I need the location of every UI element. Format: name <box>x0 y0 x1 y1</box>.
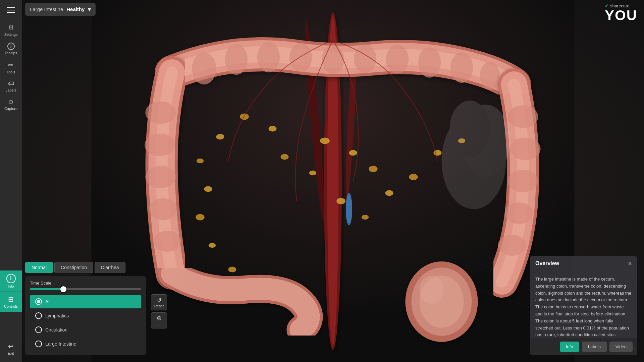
overview-panel: Overview × The large intestine is made o… <box>530 256 637 355</box>
svg-point-22 <box>498 235 526 256</box>
topbar: Large Intestine Healthy ▾ <box>22 0 99 18</box>
svg-point-44 <box>240 113 249 120</box>
sidebar-item-controls[interactable]: ⊟ Controls <box>0 292 22 312</box>
system-item-lymphatics[interactable]: Lymphatics <box>30 309 141 322</box>
svg-point-11 <box>289 43 312 72</box>
controls-box: Time Scale All Lymphatics Circulation <box>25 276 146 355</box>
slider-track <box>30 288 141 290</box>
svg-point-10 <box>257 42 280 72</box>
zoom-in-icon: ⊕ <box>157 314 162 322</box>
system-list: All Lymphatics Circulation Large Intesti… <box>30 295 141 351</box>
radio-all-icon <box>35 298 42 305</box>
radio-large-intestine-icon <box>35 341 42 347</box>
tab-constipation[interactable]: Constipation <box>54 262 93 273</box>
settings-icon: ⚙ <box>8 23 14 32</box>
sidebar-tooltips-label: Tooltips <box>5 51 17 55</box>
overview-tab-video[interactable]: Video <box>609 342 633 352</box>
svg-point-53 <box>450 101 490 157</box>
map-controls: ↺ Reset ⊕ In <box>151 294 167 328</box>
tools-icon: ✏ <box>8 61 14 69</box>
svg-point-50 <box>228 267 236 273</box>
system-lymphatics-label: Lymphatics <box>45 313 69 318</box>
sidebar-item-capture[interactable]: ⊙ Capture <box>0 98 22 111</box>
svg-point-37 <box>336 198 345 204</box>
breadcrumb[interactable]: Large Intestine Healthy ▾ <box>25 3 96 16</box>
system-large-intestine-label: Large Intestine <box>45 341 76 347</box>
svg-point-38 <box>362 215 369 220</box>
sidebar-item-labels[interactable]: 🏷 Labels <box>0 80 22 92</box>
overview-body: The large intestine is made of the cecum… <box>530 271 637 338</box>
svg-point-39 <box>385 190 393 196</box>
svg-point-49 <box>209 243 216 248</box>
svg-point-17 <box>480 62 500 90</box>
slider-thumb[interactable] <box>60 286 66 292</box>
sidebar-tools-label: Tools <box>7 70 15 74</box>
overview-tab-labels[interactable]: Labels <box>582 342 607 352</box>
reset-button[interactable]: ↺ Reset <box>151 294 167 310</box>
tooltips-icon: ? <box>7 43 15 50</box>
sidebar-capture-label: Capture <box>4 107 17 111</box>
exit-icon: ↩ <box>8 342 14 350</box>
system-item-circulation[interactable]: Circulation <box>30 323 141 337</box>
overview-header: Overview × <box>530 256 637 271</box>
radio-lymphatics-icon <box>35 312 42 319</box>
svg-point-27 <box>153 231 181 252</box>
svg-point-32 <box>320 137 330 144</box>
svg-point-25 <box>145 166 176 188</box>
sidebar-item-tooltips[interactable]: ? Tooltips <box>0 43 22 55</box>
system-all-label: All <box>45 299 51 304</box>
sidebar-controls-label: Controls <box>4 304 18 308</box>
svg-point-26 <box>149 198 177 220</box>
system-item-large-intestine[interactable]: Large Intestine <box>30 337 141 351</box>
info-circle-icon: i <box>6 274 16 283</box>
svg-point-54 <box>346 193 352 225</box>
svg-point-14 <box>386 45 409 73</box>
sidebar-item-info[interactable]: i Info <box>0 270 22 292</box>
tab-normal[interactable]: Normal <box>25 262 53 273</box>
svg-point-24 <box>145 133 175 156</box>
svg-point-8 <box>192 52 216 84</box>
controls-sliders-icon: ⊟ <box>8 295 14 303</box>
svg-point-31 <box>420 276 444 304</box>
logo: ✔ sharecare YOU <box>605 3 637 22</box>
svg-point-21 <box>505 202 533 224</box>
sidebar: ⚙ Settings ? Tooltips ✏ Tools 🏷 Labels ⊙… <box>0 0 22 362</box>
svg-point-45 <box>216 134 224 140</box>
svg-point-43 <box>269 126 277 132</box>
sidebar-exit-label: Exit <box>8 351 14 355</box>
zoom-in-button[interactable]: ⊕ In <box>151 312 167 328</box>
reset-icon: ↺ <box>157 297 161 303</box>
svg-point-34 <box>369 166 377 172</box>
radio-circulation-icon <box>35 326 42 333</box>
menu-button[interactable] <box>4 3 18 17</box>
svg-point-9 <box>225 44 248 75</box>
sidebar-info-label: Info <box>8 284 14 288</box>
svg-point-48 <box>196 214 204 220</box>
svg-point-33 <box>349 150 357 156</box>
time-scale-slider[interactable] <box>30 288 141 290</box>
svg-point-35 <box>309 171 317 175</box>
overview-text: The large intestine is made of the cecum… <box>535 276 632 338</box>
overview-close-button[interactable]: × <box>628 260 632 267</box>
system-circulation-label: Circulation <box>45 327 67 333</box>
sidebar-item-tools[interactable]: ✏ Tools <box>0 61 22 74</box>
time-scale-label: Time Scale <box>30 281 141 286</box>
svg-point-18 <box>507 105 538 128</box>
svg-point-12 <box>322 45 344 74</box>
svg-point-40 <box>409 174 418 180</box>
labels-icon: 🏷 <box>8 80 14 87</box>
system-item-all[interactable]: All <box>30 295 141 308</box>
tab-diarrhea[interactable]: Diarrhea <box>95 262 125 273</box>
reset-label: Reset <box>154 304 164 308</box>
svg-point-36 <box>281 154 289 160</box>
sidebar-settings-label: Settings <box>4 33 18 37</box>
sidebar-item-settings[interactable]: ⚙ Settings <box>0 23 22 37</box>
svg-point-16 <box>450 52 473 83</box>
svg-point-46 <box>197 159 204 163</box>
svg-point-20 <box>507 170 538 192</box>
slider-fill <box>30 288 63 290</box>
overview-tab-info[interactable]: Info <box>560 342 579 352</box>
svg-point-15 <box>418 47 441 77</box>
sidebar-item-exit[interactable]: ↩ Exit <box>0 339 22 359</box>
svg-point-47 <box>204 186 212 192</box>
